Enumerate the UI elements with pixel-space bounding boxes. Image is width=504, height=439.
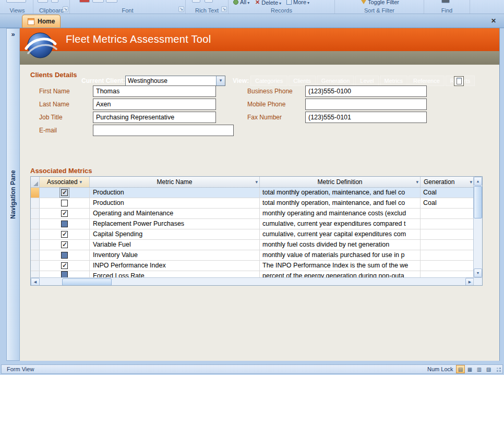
column-header-associated[interactable]: Associated ▾ xyxy=(40,177,90,187)
associated-checkbox[interactable] xyxy=(61,189,68,196)
associated-cell[interactable] xyxy=(40,198,90,208)
metric-name-cell[interactable]: Replacement Power Purchases xyxy=(90,219,260,229)
horizontal-scrollbar[interactable]: ◀ ▶ xyxy=(31,277,474,286)
clipboard-dialog-launcher-icon[interactable]: ↘ xyxy=(63,6,68,12)
metric-name-cell[interactable]: Forced Loss Rate xyxy=(90,271,260,277)
last-name-field[interactable] xyxy=(93,99,216,110)
metric-name-cell[interactable]: Operating and Maintenance xyxy=(90,209,260,218)
column-header-generation[interactable]: Generation ▾ xyxy=(421,177,474,187)
row-selector[interactable] xyxy=(31,261,40,271)
generation-cell[interactable] xyxy=(421,219,474,229)
associated-checkbox[interactable] xyxy=(61,262,68,269)
row-selector[interactable] xyxy=(31,271,40,277)
views-button-fragment[interactable] xyxy=(6,0,26,3)
associated-checkbox[interactable] xyxy=(61,210,68,217)
generation-cell[interactable]: Coal xyxy=(421,198,474,208)
view-button-categories[interactable]: Categories xyxy=(250,76,287,86)
table-row[interactable]: Operating and Maintenance monthly operat… xyxy=(31,209,474,219)
gridlines-button-fragment[interactable] xyxy=(92,0,104,3)
view-button-generation[interactable]: Generation xyxy=(317,76,354,86)
table-row[interactable]: Variable Fuel monthly fuel costs divided… xyxy=(31,240,474,250)
column-header-metric-definition[interactable]: Metric Definition ▾ xyxy=(260,177,421,187)
metric-definition-cell[interactable]: monthly fuel costs divided by net genera… xyxy=(260,240,421,250)
toggle-filter-button[interactable]: Toggle Filter xyxy=(361,0,399,5)
associated-cell[interactable] xyxy=(40,261,90,271)
table-row[interactable]: INPO Performance Index The INPO Performa… xyxy=(31,261,474,271)
view-button-level[interactable]: Level xyxy=(355,76,378,86)
more-button[interactable]: More xyxy=(286,0,309,5)
generation-cell[interactable] xyxy=(421,229,474,239)
column-dropdown-icon[interactable]: ▾ xyxy=(416,179,418,185)
delete-button[interactable]: ✕ Delete xyxy=(255,0,281,6)
row-selector[interactable] xyxy=(31,209,40,218)
column-dropdown-icon[interactable]: ▾ xyxy=(80,179,82,185)
first-name-field[interactable] xyxy=(93,86,216,97)
row-selector[interactable] xyxy=(31,188,40,198)
row-selector[interactable] xyxy=(31,198,40,208)
associated-cell[interactable] xyxy=(40,229,90,239)
fax-number-field[interactable] xyxy=(305,112,427,123)
associated-cell[interactable] xyxy=(40,271,90,277)
generation-cell[interactable] xyxy=(421,240,474,250)
row-selector[interactable] xyxy=(31,250,40,260)
metric-definition-cell[interactable]: The INPO Performance Index is the sum of… xyxy=(260,261,421,271)
associated-checkbox[interactable] xyxy=(61,221,68,227)
page-icon-button[interactable] xyxy=(454,76,464,86)
table-row[interactable]: Capital Spending cumulative, current yea… xyxy=(31,229,474,240)
rich-text-button-fragment[interactable] xyxy=(192,0,200,3)
row-selector[interactable] xyxy=(31,240,40,250)
associated-checkbox[interactable] xyxy=(61,271,68,277)
refresh-all-button[interactable]: All xyxy=(233,0,249,5)
business-phone-field[interactable] xyxy=(305,86,427,97)
scroll-left-icon[interactable]: ◀ xyxy=(31,278,40,286)
metric-definition-cell[interactable]: cumulative, current year capital expendi… xyxy=(260,229,421,239)
associated-checkbox[interactable] xyxy=(61,231,68,238)
navigation-pane-collapsed[interactable]: » Navigation Pane xyxy=(6,28,20,361)
generation-cell[interactable] xyxy=(421,261,474,271)
generation-cell[interactable] xyxy=(421,209,474,218)
rich-text-button-fragment[interactable] xyxy=(205,0,213,3)
column-dropdown-icon[interactable]: ▾ xyxy=(255,179,258,185)
mobile-phone-field[interactable] xyxy=(305,99,427,110)
row-selector[interactable] xyxy=(31,219,40,229)
font-dialog-launcher-icon[interactable]: ↘ xyxy=(178,6,184,12)
associated-cell[interactable] xyxy=(40,240,90,250)
metric-definition-cell[interactable]: monthly operating and maintenance costs … xyxy=(260,209,421,218)
metric-name-cell[interactable]: Production xyxy=(90,198,260,208)
job-title-field[interactable] xyxy=(93,112,216,123)
generation-cell[interactable] xyxy=(421,250,474,260)
metric-definition-cell[interactable]: monthly value of materials purchased for… xyxy=(260,250,421,260)
generation-cell[interactable] xyxy=(421,271,474,277)
form-view-icon[interactable]: ▤ xyxy=(456,365,465,373)
current-client-combobox[interactable]: Westinghouse ▾ xyxy=(125,76,225,86)
associated-cell[interactable] xyxy=(40,209,90,218)
generation-cell[interactable]: Coal xyxy=(421,188,474,198)
paste-button-fragment[interactable] xyxy=(38,0,48,3)
metric-definition-cell[interactable]: percent of the energy generation during … xyxy=(260,271,421,277)
associated-checkbox[interactable] xyxy=(61,252,68,259)
scroll-down-icon[interactable]: ▼ xyxy=(474,269,482,277)
tab-home[interactable]: Home xyxy=(22,15,61,28)
design-view-icon[interactable]: ▨ xyxy=(484,365,493,373)
font-color-button-fragment[interactable] xyxy=(79,0,90,3)
datasheet-view-icon[interactable]: ▦ xyxy=(465,365,474,373)
metric-definition-cell[interactable]: total monthly operation, maintenance, an… xyxy=(260,198,421,208)
table-row[interactable]: Inventory Value monthly value of materia… xyxy=(31,250,474,261)
metric-name-cell[interactable]: Production xyxy=(90,188,260,198)
select-all-stub[interactable] xyxy=(31,177,40,187)
scroll-up-icon[interactable]: ▲ xyxy=(474,177,482,186)
combobox-dropdown-icon[interactable]: ▾ xyxy=(216,76,225,86)
associated-cell[interactable] xyxy=(40,219,90,229)
table-row[interactable]: Replacement Power Purchases cumulative, … xyxy=(31,219,474,229)
horizontal-scrollbar-thumb[interactable] xyxy=(62,278,112,286)
resize-grip[interactable] xyxy=(495,366,501,372)
vertical-scrollbar-thumb[interactable] xyxy=(474,186,482,218)
table-row[interactable]: Production total monthly operation, main… xyxy=(31,188,474,198)
email-field[interactable] xyxy=(93,125,234,136)
associated-checkbox[interactable] xyxy=(61,241,68,248)
find-button-fragment[interactable] xyxy=(441,0,450,3)
rich-text-dialog-launcher-icon[interactable]: ↘ xyxy=(221,6,227,12)
metric-name-cell[interactable]: Variable Fuel xyxy=(90,240,260,250)
clipboard-button-fragment[interactable] xyxy=(51,0,58,3)
metric-name-cell[interactable]: Inventory Value xyxy=(90,250,260,260)
